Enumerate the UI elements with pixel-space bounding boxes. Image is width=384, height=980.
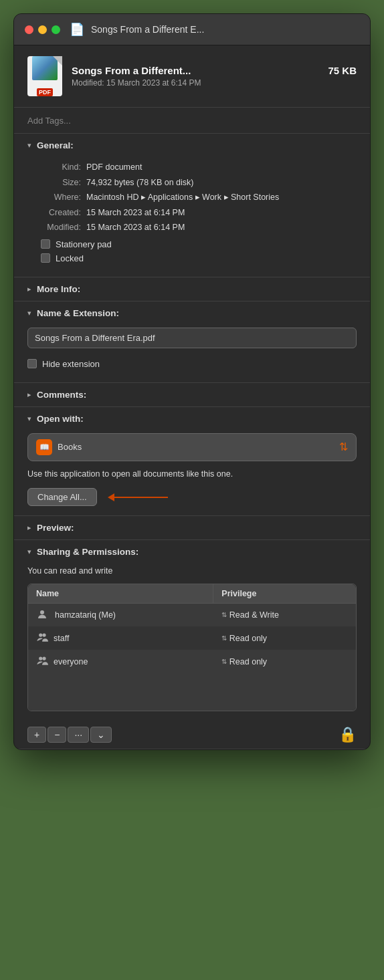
toolbar-buttons: + − ··· ⌄ xyxy=(27,727,112,743)
empty-privilege-cell xyxy=(213,692,356,711)
file-type-label: PDF xyxy=(37,88,53,96)
name-extension-section-header[interactable]: ▾ Name & Extension: xyxy=(14,301,370,325)
table-toolbar: + − ··· ⌄ 🔒 xyxy=(14,721,370,749)
lock-icon[interactable]: 🔒 xyxy=(339,726,357,743)
privilege-stepper-icon[interactable]: ⇅ xyxy=(221,635,227,642)
modified-label: Modified: xyxy=(27,220,81,235)
privilege-value: Read only xyxy=(229,657,267,666)
app-selector-arrows-icon: ⇅ xyxy=(339,441,348,453)
general-section-label: General: xyxy=(37,140,74,150)
privilege-stepper-icon[interactable]: ⇅ xyxy=(221,658,227,665)
preview-label: Preview: xyxy=(37,523,74,533)
stationery-checkbox[interactable] xyxy=(41,239,50,249)
name-extension-label: Name & Extension: xyxy=(37,308,119,318)
kind-row: Kind: PDF document xyxy=(27,160,357,175)
user-icon xyxy=(36,608,50,622)
file-modified-date: Modified: 15 March 2023 at 6:14 PM xyxy=(72,78,357,88)
comments-section-header[interactable]: ▸ Comments: xyxy=(14,383,370,406)
permissions-table-wrapper: Name Privilege hamzatariq (Me) ⇅ xyxy=(27,584,357,711)
open-with-note: Use this application to open all documen… xyxy=(27,468,357,481)
filename-input[interactable] xyxy=(27,328,357,348)
svg-point-0 xyxy=(40,610,44,614)
privilege-cell[interactable]: ⇅ Read only xyxy=(213,650,356,673)
modified-value: 15 March 2023 at 6:14 PM xyxy=(86,220,357,235)
table-row-empty xyxy=(28,692,356,711)
action-permission-button[interactable]: ··· xyxy=(68,727,89,743)
name-cell: everyone xyxy=(28,650,213,673)
general-chevron-icon: ▾ xyxy=(27,141,31,150)
preview-chevron-icon: ▸ xyxy=(27,523,31,532)
close-button[interactable] xyxy=(25,25,33,34)
locked-row: Locked xyxy=(41,253,357,263)
hide-extension-checkbox[interactable] xyxy=(27,359,37,368)
privilege-value: Read only xyxy=(229,634,267,643)
zoom-button[interactable] xyxy=(52,25,60,34)
modified-row: Modified: 15 March 2023 at 6:14 PM xyxy=(27,220,357,235)
file-preview-thumbnail xyxy=(32,56,58,80)
app-selector[interactable]: 📖 Books ⇅ xyxy=(27,433,357,461)
sharing-section-header[interactable]: ▾ Sharing & Permissions: xyxy=(14,540,370,564)
privilege-cell[interactable]: ⇅ Read & Write xyxy=(213,604,356,627)
svg-point-4 xyxy=(42,657,45,660)
change-all-button[interactable]: Change All... xyxy=(27,488,97,506)
sharing-section: ▾ Sharing & Permissions: You can read an… xyxy=(14,540,370,749)
stationery-label: Stationery pad xyxy=(56,239,112,249)
traffic-lights xyxy=(25,25,60,34)
sharing-chevron-icon: ▾ xyxy=(27,547,31,556)
name-extension-section: ▾ Name & Extension: Hide extension xyxy=(14,301,370,383)
stationery-row: Stationery pad xyxy=(41,239,357,249)
permissions-table: Name Privilege hamzatariq (Me) ⇅ xyxy=(28,584,356,711)
general-section-content: Kind: PDF document Size: 74,932 bytes (7… xyxy=(14,157,370,277)
privilege-stepper-icon[interactable]: ⇅ xyxy=(221,612,227,618)
size-label: Size: xyxy=(27,175,81,191)
arrow-head-icon xyxy=(108,493,114,501)
svg-point-1 xyxy=(39,634,42,637)
where-value: Macintosh HD ▸ Applications ▸ Work ▸ Sho… xyxy=(86,190,357,205)
more-info-chevron-icon: ▸ xyxy=(27,285,31,293)
sharing-label: Sharing & Permissions: xyxy=(37,547,138,557)
file-info: Songs From a Different... 75 KB Modified… xyxy=(72,65,357,88)
open-with-content: 📖 Books ⇅ Use this application to open a… xyxy=(14,431,370,516)
remove-permission-button[interactable]: − xyxy=(47,727,66,743)
empty-privilege-cell xyxy=(213,673,356,692)
name-cell: hamzatariq (Me) xyxy=(28,604,213,627)
empty-name-cell xyxy=(28,673,213,692)
preview-section-header[interactable]: ▸ Preview: xyxy=(14,516,370,539)
kind-label: Kind: xyxy=(27,160,81,175)
file-name: Songs From a Different... xyxy=(72,65,191,76)
created-label: Created: xyxy=(27,205,81,221)
table-row: staff ⇅ Read only xyxy=(28,626,356,650)
permission-name: everyone xyxy=(54,657,88,666)
sharing-note: You can read and write xyxy=(27,566,357,576)
permission-name: hamzatariq (Me) xyxy=(55,610,116,620)
svg-point-2 xyxy=(42,634,45,637)
more-info-label: More Info: xyxy=(37,284,80,294)
preview-section: ▸ Preview: xyxy=(14,516,370,540)
privilege-value: Read & Write xyxy=(229,610,279,620)
privilege-cell[interactable]: ⇅ Read only xyxy=(213,626,356,650)
locked-checkbox[interactable] xyxy=(41,253,50,263)
where-row: Where: Macintosh HD ▸ Applications ▸ Wor… xyxy=(27,190,357,205)
open-with-section-header[interactable]: ▾ Open with: xyxy=(14,407,370,431)
general-section-header[interactable]: ▾ General: xyxy=(14,134,370,157)
window-title: Songs From a Different E... xyxy=(91,24,204,35)
more-info-section-header[interactable]: ▸ More Info: xyxy=(14,277,370,301)
add-permission-button[interactable]: + xyxy=(27,727,46,743)
app-left: 📖 Books xyxy=(36,439,82,455)
where-label: Where: xyxy=(27,190,81,205)
expand-permission-button[interactable]: ⌄ xyxy=(90,727,112,743)
name-extension-content: Hide extension xyxy=(14,325,370,382)
locked-label: Locked xyxy=(56,253,84,263)
tags-area[interactable]: Add Tags... xyxy=(14,108,370,134)
minimize-button[interactable] xyxy=(38,25,47,34)
file-header: PDF Songs From a Different... 75 KB Modi… xyxy=(14,45,370,108)
comments-section: ▸ Comments: xyxy=(14,383,370,407)
title-bar: 📄 Songs From a Different E... xyxy=(14,14,370,45)
empty-name-cell xyxy=(28,692,213,711)
hide-extension-label: Hide extension xyxy=(42,359,100,369)
books-app-icon: 📖 xyxy=(36,439,52,455)
change-all-row: Change All... xyxy=(27,488,357,506)
sharing-content: You can read and write Name Privilege xyxy=(14,564,370,721)
file-icon: PDF xyxy=(27,56,62,96)
tags-placeholder[interactable]: Add Tags... xyxy=(27,116,71,126)
